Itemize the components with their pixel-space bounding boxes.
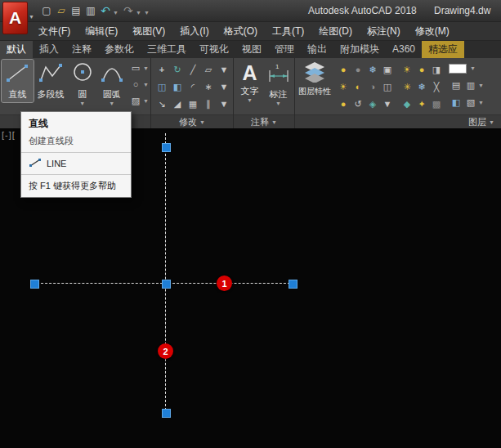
ellipse-icon[interactable]: ○ bbox=[128, 76, 143, 92]
layers-panel-label[interactable]: 图层▼ bbox=[295, 114, 501, 128]
tab-featured-apps[interactable]: 精选应 bbox=[422, 41, 464, 58]
tab-a360[interactable]: A360 bbox=[386, 41, 422, 58]
explode-icon[interactable]: ∗ bbox=[201, 78, 216, 95]
menu-format[interactable]: 格式(O) bbox=[217, 22, 265, 40]
circle-button[interactable]: 圆 ▼ bbox=[68, 60, 96, 108]
layer-merge-icon[interactable]: ◈ bbox=[365, 96, 380, 112]
tab-home[interactable]: 默认 bbox=[0, 41, 33, 58]
plot-icon[interactable]: ▥ bbox=[83, 3, 98, 18]
layer-bulb-icon[interactable]: ● bbox=[414, 61, 429, 78]
undo-dropdown-icon[interactable]: ▼ bbox=[113, 10, 119, 16]
linetype-dropdown-icon[interactable]: ▼ bbox=[478, 83, 484, 88]
copy-icon[interactable]: ◫ bbox=[154, 78, 169, 95]
tab-manage[interactable]: 管理 bbox=[268, 41, 301, 58]
tab-annotate[interactable]: 注释 bbox=[65, 41, 98, 58]
tab-parametric[interactable]: 参数化 bbox=[98, 41, 141, 58]
erase-icon[interactable]: ▱ bbox=[201, 61, 216, 78]
undo-icon[interactable]: ↶ bbox=[98, 3, 113, 18]
tab-view[interactable]: 视图 bbox=[235, 41, 268, 58]
layer-delete-icon[interactable]: ╳ bbox=[429, 78, 444, 95]
layer-current-icon[interactable]: ✦ bbox=[414, 96, 429, 112]
modify-panel-label[interactable]: 修改▼ bbox=[151, 114, 233, 128]
layers-expand-icon[interactable]: ▼ bbox=[489, 119, 494, 125]
line-button[interactable]: 直线 bbox=[2, 60, 34, 102]
new-file-icon[interactable]: ▢ bbox=[39, 3, 54, 18]
grip-left-endpoint[interactable] bbox=[30, 280, 39, 289]
layer-isolate-icon[interactable]: ◐ bbox=[351, 78, 365, 95]
layer-off-icon[interactable]: ● bbox=[351, 61, 365, 78]
selected-vertical-line[interactable] bbox=[165, 133, 166, 414]
dimension-button[interactable]: 1 标注 ▼ bbox=[264, 60, 293, 108]
lineweight-icon[interactable]: ▥ bbox=[463, 78, 478, 94]
menu-file[interactable]: 文件(F) bbox=[31, 22, 78, 40]
dimension-dropdown-icon[interactable]: ▼ bbox=[275, 101, 281, 106]
layer-thaw-icon[interactable]: ☀ bbox=[336, 78, 351, 95]
open-folder-icon[interactable]: ▱ bbox=[54, 3, 69, 18]
mirror-icon[interactable]: ◧ bbox=[170, 78, 185, 95]
hatch-icon[interactable]: ▨ bbox=[128, 92, 143, 109]
layer-copy-objects-icon[interactable]: ◨ bbox=[429, 61, 444, 78]
move-icon[interactable]: + bbox=[154, 61, 169, 78]
trim-icon[interactable]: ╱ bbox=[186, 61, 200, 78]
menu-draw[interactable]: 绘图(D) bbox=[311, 22, 360, 40]
layer-on-icon[interactable]: ● bbox=[336, 61, 351, 78]
layer-vpthaw-icon[interactable]: ❄ bbox=[414, 78, 429, 95]
rectangle-icon[interactable]: ▭ bbox=[128, 60, 143, 76]
rectangle-dropdown-icon[interactable]: ▼ bbox=[143, 65, 149, 71]
circle-dropdown-icon[interactable]: ▼ bbox=[79, 101, 85, 106]
tab-add-ins[interactable]: 附加模块 bbox=[333, 41, 386, 58]
tab-3d-tools[interactable]: 三维工具 bbox=[141, 41, 193, 58]
color-dropdown-icon[interactable]: ▼ bbox=[470, 65, 476, 71]
logo-dropdown-icon[interactable]: ▼ bbox=[29, 14, 34, 20]
layer-prev-icon[interactable]: ↺ bbox=[351, 96, 365, 112]
lineweight-dropdown-icon[interactable]: ▼ bbox=[478, 100, 484, 105]
annotation-expand-icon[interactable]: ▼ bbox=[271, 119, 277, 125]
grip-bottom-endpoint[interactable] bbox=[162, 409, 171, 418]
array-dropdown-icon[interactable]: ▼ bbox=[217, 96, 231, 112]
layer-lock-icon[interactable]: ▣ bbox=[380, 61, 395, 78]
menu-edit[interactable]: 编辑(E) bbox=[78, 22, 125, 40]
grip-top-endpoint[interactable] bbox=[162, 143, 171, 152]
layer-match-icon[interactable]: ◫ bbox=[380, 78, 395, 95]
arc-dropdown-icon[interactable]: ▼ bbox=[109, 101, 114, 106]
text-dropdown-icon[interactable]: ▼ bbox=[247, 97, 253, 103]
text-button[interactable]: A 文字 ▼ bbox=[235, 60, 264, 105]
trim-dropdown-icon[interactable]: ▼ bbox=[217, 61, 231, 78]
offset-icon[interactable]: ∥ bbox=[201, 96, 216, 112]
menu-modify[interactable]: 修改(M) bbox=[408, 22, 457, 40]
layer-unisolate-icon[interactable]: ◑ bbox=[365, 78, 380, 95]
fillet-dropdown-icon[interactable]: ▼ bbox=[217, 78, 231, 95]
color-swatch-white[interactable] bbox=[449, 64, 467, 74]
layer-change-icon[interactable]: ◆ bbox=[400, 96, 414, 112]
tab-output[interactable]: 输出 bbox=[301, 41, 333, 58]
menu-dimension[interactable]: 标注(N) bbox=[360, 22, 408, 40]
grip-right-endpoint[interactable] bbox=[289, 280, 297, 289]
tab-insert[interactable]: 插入 bbox=[33, 41, 65, 58]
transparency-icon[interactable]: ◧ bbox=[449, 95, 463, 111]
fillet-icon[interactable]: ◜ bbox=[186, 78, 200, 95]
layer-properties-button[interactable]: 图层特性 bbox=[297, 60, 333, 97]
layer-sun-icon[interactable]: ☀ bbox=[400, 61, 414, 78]
save-icon[interactable]: ▤ bbox=[69, 3, 83, 18]
polyline-button[interactable]: 多段线 bbox=[34, 60, 69, 102]
layer-vpfreeze-icon[interactable]: ✳ bbox=[400, 78, 414, 95]
qat-menu-icon[interactable]: ▼ bbox=[144, 10, 150, 16]
grip-center[interactable] bbox=[162, 280, 171, 289]
redo-dropdown-icon[interactable]: ▼ bbox=[136, 10, 141, 16]
scale-icon[interactable]: ◢ bbox=[170, 96, 185, 112]
layer-tools-dropdown-icon[interactable]: ▼ bbox=[380, 96, 395, 112]
redo-icon[interactable]: ↷ bbox=[121, 3, 136, 18]
plotstyle-icon[interactable]: ▧ bbox=[463, 95, 478, 111]
stretch-icon[interactable]: ↘ bbox=[154, 96, 169, 112]
ellipse-dropdown-icon[interactable]: ▼ bbox=[143, 82, 149, 87]
viewport-controls[interactable]: [-][ bbox=[2, 130, 16, 140]
linetype-icon[interactable]: ▤ bbox=[449, 78, 463, 94]
modify-expand-icon[interactable]: ▼ bbox=[199, 119, 205, 125]
tab-visualize[interactable]: 可视化 bbox=[193, 41, 235, 58]
array-icon[interactable]: ▦ bbox=[186, 96, 200, 112]
menu-insert[interactable]: 插入(I) bbox=[172, 22, 216, 40]
annotation-panel-label[interactable]: 注释▼ bbox=[234, 114, 294, 128]
menu-view[interactable]: 视图(V) bbox=[125, 22, 172, 40]
layer-freeze-icon[interactable]: ❄ bbox=[365, 61, 380, 78]
rotate-icon[interactable]: ↻ bbox=[170, 61, 185, 78]
